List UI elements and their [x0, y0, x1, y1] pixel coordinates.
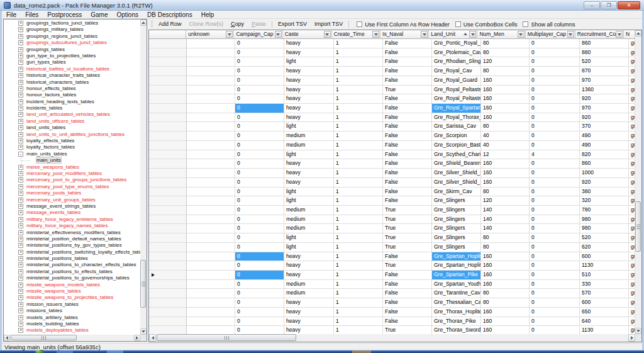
grid-cell[interactable]: light: [284, 233, 334, 243]
grid-cell[interactable]: heavy: [284, 113, 334, 123]
grid-cell[interactable]: 620: [580, 243, 629, 252]
tree-vscroll-thumb[interactable]: [140, 260, 146, 308]
taskbar-item[interactable]: [352, 350, 371, 353]
grid-cell[interactable]: False: [383, 76, 432, 86]
expand-icon[interactable]: +: [18, 145, 23, 150]
grid-cell[interactable]: False: [383, 150, 432, 160]
expand-icon[interactable]: +: [18, 184, 23, 189]
grid-cell[interactable]: 1: [334, 308, 383, 317]
grid-cell[interactable]: 1: [334, 298, 383, 308]
grid-cell[interactable]: [187, 86, 235, 95]
tree-item-land-units-tables[interactable]: +land_units_tables: [4, 125, 140, 131]
grid-cell[interactable]: False: [383, 252, 432, 262]
grid-cell[interactable]: 1: [334, 188, 383, 197]
grid-cell[interactable]: True: [383, 233, 432, 243]
tree-item-loyalty-factors-tables[interactable]: +loyalty_factors_tables: [4, 144, 140, 150]
tree-hscroll-thumb[interactable]: [11, 335, 77, 340]
grid-cell[interactable]: 0: [530, 252, 580, 262]
grid-cell[interactable]: [187, 76, 235, 86]
grid-cell[interactable]: heavy: [284, 317, 334, 327]
grid-cell[interactable]: gre: [629, 48, 635, 58]
grid-cell[interactable]: 370: [580, 122, 629, 132]
grid-cell[interactable]: 0: [235, 169, 284, 178]
grid-cell[interactable]: 1: [334, 150, 383, 160]
grid-cell[interactable]: 1360: [580, 86, 629, 95]
checkbox-icon[interactable]: [455, 21, 461, 27]
filter-dropdown-icon[interactable]: [567, 31, 574, 38]
grid-cell[interactable]: heavy: [284, 104, 334, 113]
grid-cell[interactable]: 820: [580, 150, 629, 160]
menu-files[interactable]: Files: [21, 11, 43, 18]
grid-cell[interactable]: False: [383, 308, 432, 317]
grid-cell[interactable]: 1: [334, 224, 383, 233]
grid-cell[interactable]: 0: [530, 188, 580, 197]
grid-cell[interactable]: heavy: [284, 252, 334, 262]
grid-cell[interactable]: 980: [580, 215, 629, 225]
grid-cell[interactable]: 0: [530, 39, 580, 48]
tree-item-mercenary-pools-tables[interactable]: +mercenary_pools_tables: [4, 190, 140, 196]
grid-cell[interactable]: 0: [235, 224, 284, 233]
grid-cell[interactable]: 1: [334, 271, 383, 280]
grid-cell[interactable]: False: [383, 271, 432, 280]
grid-cell[interactable]: 1: [334, 196, 383, 206]
expand-icon[interactable]: +: [18, 99, 23, 104]
grid-cell[interactable]: 0: [235, 159, 284, 169]
expand-icon[interactable]: +: [18, 262, 23, 267]
grid-cell[interactable]: 0: [530, 308, 580, 317]
grid-cell[interactable]: 160: [481, 178, 530, 188]
tree-item-missile-weapons-models-tables[interactable]: +missile_weapons_models_tables: [4, 282, 140, 288]
grid-cell[interactable]: heavy: [284, 298, 334, 308]
grid-cell[interactable]: False: [383, 39, 432, 48]
grid-cell[interactable]: 860: [580, 39, 629, 48]
grid-cell[interactable]: heavy: [284, 67, 334, 76]
grid-cell[interactable]: 160: [481, 104, 530, 113]
menu-db-descriptions[interactable]: DB Descriptions: [143, 11, 197, 18]
expand-icon[interactable]: +: [18, 119, 23, 124]
scroll-up-icon[interactable]: [140, 20, 147, 26]
grid-cell[interactable]: 320: [580, 196, 629, 206]
grid-cell[interactable]: 160: [481, 271, 530, 280]
expand-icon[interactable]: +: [18, 125, 23, 130]
row-header-cell[interactable]: [149, 159, 187, 169]
expand-icon[interactable]: +: [18, 243, 23, 248]
grid-cell[interactable]: 140: [481, 224, 530, 233]
grid-cell[interactable]: light: [284, 122, 334, 132]
tree-item-models-building-tables[interactable]: +models_building_tables: [4, 321, 140, 327]
grid-cell[interactable]: gre: [629, 289, 635, 298]
tree-item-message-event-strings-tables[interactable]: +message_event_strings_tables: [4, 203, 140, 210]
grid-cell[interactable]: Gre_Shield_Bearers: [432, 159, 481, 169]
tree-item-land-unit-articulated-vehicles-tables[interactable]: +land_unit_articulated_vehicles_tables: [4, 111, 140, 118]
grid-cell[interactable]: [187, 57, 235, 67]
tree-item-land-units-officers-tables[interactable]: +land_units_officers_tables: [4, 118, 140, 125]
grid-cell[interactable]: 1130: [580, 326, 629, 334]
expand-icon[interactable]: +: [18, 217, 23, 222]
tree-item-military-force-legacy-emblems-tables[interactable]: +military_force_legacy_emblems_tables: [4, 216, 140, 223]
grid-cell[interactable]: 1: [334, 141, 383, 150]
grid-cell[interactable]: False: [383, 280, 432, 289]
import-tsv-button[interactable]: Import TSV: [311, 20, 347, 29]
grid-cell[interactable]: Gre_Ptolemaic_Cav: [432, 48, 481, 58]
expand-icon[interactable]: +: [18, 289, 23, 294]
tree-item-ministerial-positions-by-gov-types-tables[interactable]: +ministerial_positions_by_gov_types_tabl…: [4, 242, 140, 249]
grid-cell[interactable]: medium: [284, 280, 334, 289]
grid-cell[interactable]: Gre_Pontic_Royal_Cav: [432, 39, 481, 48]
grid-cell[interactable]: gre: [629, 159, 635, 169]
grid-cell[interactable]: 0: [530, 169, 580, 178]
expand-icon[interactable]: +: [18, 210, 23, 215]
expand-icon[interactable]: +: [18, 86, 23, 91]
tree-item-melee-weapons-tables[interactable]: +melee_weapons_tables: [4, 164, 140, 171]
grid-cell[interactable]: light: [284, 196, 334, 206]
grid-cell[interactable]: [187, 39, 235, 48]
grid-cell[interactable]: False: [383, 141, 432, 150]
grid-cell[interactable]: [187, 141, 235, 150]
grid-cell[interactable]: Gre_Slingers: [432, 224, 481, 233]
grid-cell[interactable]: [187, 178, 235, 188]
tree-item-historical-characters-tables[interactable]: +historical_characters_tables: [4, 79, 140, 86]
grid-cell[interactable]: light: [284, 57, 334, 67]
grid-cell[interactable]: 0: [530, 196, 580, 206]
grid-cell[interactable]: 160: [481, 94, 530, 104]
column-header-campaign-cap[interactable]: Campaign_Cap: [234, 30, 282, 39]
grid-cell[interactable]: 380: [580, 188, 629, 197]
grid-cell[interactable]: False: [383, 122, 432, 132]
grid-cell[interactable]: 0: [235, 132, 284, 141]
